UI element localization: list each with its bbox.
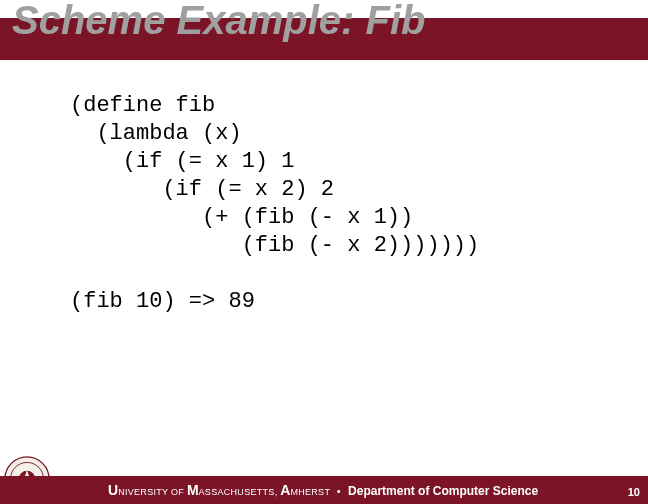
footer-letter-a: A <box>280 482 290 498</box>
slide-body: (define fib (lambda (x) (if (= x 1) 1 (i… <box>70 92 610 316</box>
footer-department: Department of Computer Science <box>345 484 538 498</box>
footer-letter-m: M <box>187 482 199 498</box>
footer-letter-u: U <box>108 482 118 498</box>
footer-text: UNIVERSITY OF MASSACHUSETTS, AMHERST • D… <box>108 482 538 498</box>
footer-bar: UNIVERSITY OF MASSACHUSETTS, AMHERST • D… <box>0 476 648 504</box>
footer-part3: MHERST <box>290 487 332 497</box>
page-number: 10 <box>628 486 640 498</box>
slide-title: Scheme Example: Fib <box>12 0 425 43</box>
footer-part2: ASSACHUSETTS <box>199 487 275 497</box>
footer-separator: • <box>337 485 341 497</box>
code-block: (define fib (lambda (x) (if (= x 1) 1 (i… <box>70 92 610 316</box>
footer-part1: NIVERSITY OF <box>118 487 187 497</box>
slide: Scheme Example: Fib (define fib (lambda … <box>0 0 648 504</box>
